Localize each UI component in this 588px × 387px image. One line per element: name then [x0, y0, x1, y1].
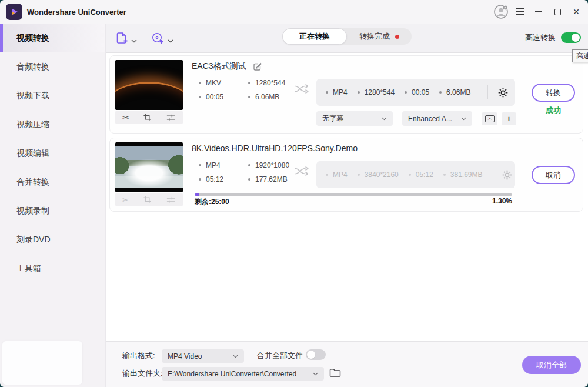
gear-icon	[498, 88, 508, 98]
source-resolution: 1920*1080	[248, 161, 289, 169]
compare-button[interactable]: ><	[482, 112, 497, 125]
sidebar-item-label: 视频录制	[16, 206, 49, 216]
progress-fill	[195, 194, 199, 196]
target-duration: 00:05	[405, 88, 429, 96]
remaining-time: 剩余:25:00	[195, 197, 229, 207]
chevron-down-icon	[233, 355, 238, 358]
convert-button-label: 转换	[546, 88, 561, 98]
thumbnail-toolbar: ✂	[115, 111, 183, 124]
trim-button[interactable]: ✂	[122, 114, 129, 122]
crop-button[interactable]	[143, 195, 152, 204]
highspeed-area: 高速转换	[525, 32, 581, 43]
cancel-all-button[interactable]: 取消全部	[522, 356, 581, 374]
minimize-button[interactable]	[529, 0, 548, 24]
sidebar-item-label: 视频编辑	[16, 148, 49, 159]
source-size: 6.06MB	[248, 93, 285, 101]
convert-button[interactable]: 转换	[532, 84, 575, 102]
toggle-knob	[572, 34, 580, 42]
highspeed-toggle[interactable]	[561, 32, 581, 43]
tab-label: 转换完成	[359, 31, 390, 42]
add-dvd-button[interactable]	[151, 31, 173, 45]
account-icon	[493, 4, 509, 19]
rename-button[interactable]	[253, 62, 262, 71]
sliders-icon	[166, 114, 176, 122]
info-icon: i	[508, 115, 510, 123]
hamburger-icon	[516, 8, 524, 15]
sidebar-item-label: 刻录DVD	[16, 235, 51, 245]
target-duration: 05:12	[409, 171, 433, 179]
crop-button[interactable]	[143, 113, 152, 122]
target-resolution: 1280*544	[358, 88, 395, 96]
maximize-button[interactable]	[548, 0, 567, 24]
add-file-button[interactable]	[115, 31, 137, 45]
source-format: MKV	[199, 79, 248, 87]
tab-converting[interactable]: 正在转换	[282, 28, 347, 45]
target-format: MP4	[326, 88, 348, 96]
close-button[interactable]: ✕	[567, 0, 586, 24]
target-info: MP4 1280*544 00:05 6.06MB	[316, 79, 515, 106]
target-size: 6.06MB	[439, 88, 470, 96]
trim-button[interactable]: ✂	[122, 196, 129, 204]
sliders-icon	[166, 196, 176, 204]
task-row: ✂ EAC3格式测试 MKV 1280*544	[109, 55, 583, 134]
crop-icon	[143, 113, 152, 122]
output-format-select[interactable]: MP4 Video	[162, 349, 244, 363]
source-info: MKV 1280*544 00:05 6.06MB	[199, 79, 285, 101]
cancel-all-label: 取消全部	[536, 360, 567, 371]
cancel-button[interactable]: 取消	[532, 166, 575, 184]
subtitle-select[interactable]: 无字幕	[316, 111, 393, 126]
task-title: 8K.Videos.HDR.UltraHD.120FPS.Sony.Demo	[192, 144, 358, 153]
target-size: 381.69MB	[443, 171, 483, 179]
sidebar-item-label: 工具箱	[16, 263, 41, 274]
settings-gear-button[interactable]	[498, 88, 508, 98]
tab-label: 正在转换	[299, 31, 330, 42]
highspeed-label: 高速转换	[525, 32, 556, 43]
app-window: Wondershare UniConverter	[0, 0, 588, 387]
add-dvd-icon	[151, 31, 165, 45]
titlebar: Wondershare UniConverter	[0, 0, 588, 24]
sidebar-item-label: 音频转换	[16, 62, 49, 72]
chevron-down-icon	[131, 39, 137, 43]
status-success: 成功	[532, 105, 575, 116]
sidebar-item-merge-convert[interactable]: 合并转换	[0, 168, 105, 196]
merge-all-label: 合并全部文件	[257, 351, 303, 361]
sidebar-item-video-convert[interactable]: 视频转换	[0, 24, 105, 52]
highspeed-tooltip: 高速转换	[572, 49, 588, 62]
task-title-row: 8K.Videos.HDR.UltraHD.120FPS.Sony.Demo	[192, 144, 358, 153]
notification-dot	[395, 35, 399, 39]
effects-button[interactable]	[166, 114, 176, 122]
add-file-icon	[115, 31, 128, 45]
account-button[interactable]	[492, 0, 510, 24]
sidebar-item-screen-record[interactable]: 视频录制	[0, 196, 105, 225]
app-logo-icon	[6, 4, 22, 20]
audio-select-value: Enhanced A...	[408, 115, 452, 123]
sidebar-item-audio-convert[interactable]: 音频转换	[0, 52, 105, 81]
info-button[interactable]: i	[502, 112, 516, 125]
audio-select[interactable]: Enhanced A...	[402, 111, 472, 126]
menu-button[interactable]	[510, 0, 529, 24]
divider	[487, 85, 488, 99]
source-resolution: 1280*544	[248, 79, 285, 87]
maximize-icon	[554, 9, 561, 15]
cancel-button-label: 取消	[546, 170, 561, 181]
sidebar-item-video-compress[interactable]: 视频压缩	[0, 110, 105, 139]
tab-finished[interactable]: 转换完成	[347, 31, 412, 42]
source-format: MP4	[199, 161, 248, 169]
sidebar-item-video-edit[interactable]: 视频编辑	[0, 139, 105, 168]
thumbnail-toolbar: ✂	[115, 193, 183, 206]
sidebar-item-burn-dvd[interactable]: 刻录DVD	[0, 225, 105, 254]
sidebar-item-label: 视频下载	[16, 91, 49, 101]
effects-button[interactable]	[166, 196, 176, 204]
sidebar-item-video-download[interactable]: 视频下载	[0, 81, 105, 110]
task-list: ✂ EAC3格式测试 MKV 1280*544	[106, 53, 588, 341]
merge-toggle[interactable]	[306, 349, 326, 360]
sidebar-item-toolbox[interactable]: 工具箱	[0, 254, 105, 283]
output-folder-select[interactable]: E:\Wondershare UniConverter\Converted	[162, 367, 324, 381]
open-folder-button[interactable]	[329, 368, 341, 378]
video-thumbnail	[115, 142, 183, 192]
scissors-icon: ✂	[122, 114, 129, 122]
progress-bar	[195, 194, 512, 196]
settings-gear-button[interactable]	[502, 170, 512, 180]
subtitle-select-value: 无字幕	[322, 114, 343, 124]
toolbar: 正在转换 转换完成 高速转换	[106, 24, 588, 53]
